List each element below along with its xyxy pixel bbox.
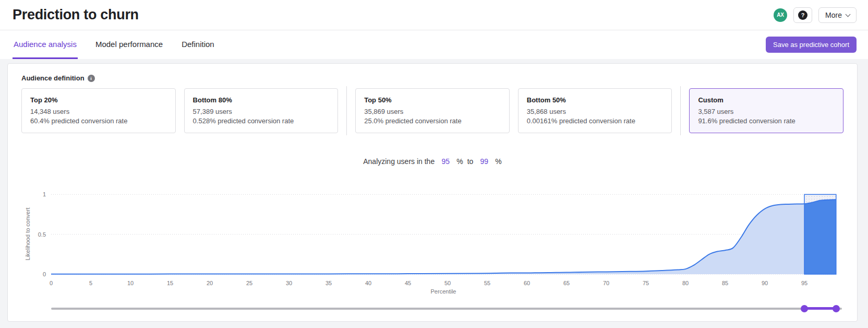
x-tick-label: 45 xyxy=(405,280,411,286)
card-rate: 25.0% predicted conversion rate xyxy=(364,116,501,126)
card-title: Custom xyxy=(698,96,835,104)
x-tick-label: 75 xyxy=(643,280,649,286)
percentile-slider-track[interactable] xyxy=(51,308,842,310)
tab-definition[interactable]: Definition xyxy=(180,30,215,59)
audience-card-custom[interactable]: Custom 3,587 users 91.6% predicted conve… xyxy=(689,88,843,133)
range-connector: to xyxy=(467,157,474,166)
card-title: Bottom 50% xyxy=(527,96,664,104)
audience-card-bottom-50[interactable]: Bottom 50% 35,868 users 0.00161% predict… xyxy=(518,88,672,133)
x-tick-label: 40 xyxy=(365,280,371,286)
x-tick-label: 50 xyxy=(444,280,451,286)
card-rate: 0.00161% predicted conversion rate xyxy=(527,116,664,126)
card-rate: 0.528% predicted conversion rate xyxy=(193,116,330,126)
x-tick-label: 20 xyxy=(207,280,213,286)
card-group-divider xyxy=(346,86,347,135)
card-users: 14,348 users xyxy=(30,107,167,116)
x-axis-title: Percentile xyxy=(431,288,456,295)
tab-audience-analysis[interactable]: Audience analysis xyxy=(13,30,78,59)
chevron-down-icon xyxy=(846,11,851,17)
analyzing-prefix: Analyzing users in the xyxy=(363,157,435,166)
x-tick-label: 10 xyxy=(127,280,134,286)
tabs: Audience analysis Model performance Defi… xyxy=(13,30,215,59)
x-tick-label: 5 xyxy=(89,280,92,286)
analyzing-range-row: Analyzing users in the % to % xyxy=(8,157,857,166)
page-header: Prediction to churn AX ? More xyxy=(0,0,868,30)
x-tick-label: 25 xyxy=(246,280,252,286)
y-tick-label: 0.5 xyxy=(38,231,46,238)
tab-bar: Audience analysis Model performance Defi… xyxy=(0,30,868,59)
card-title: Top 20% xyxy=(30,96,167,104)
percent-sign: % xyxy=(495,157,501,166)
x-tick-label: 60 xyxy=(524,280,530,286)
card-rate: 91.6% predicted conversion rate xyxy=(698,116,835,126)
avatar[interactable]: AX xyxy=(774,8,787,22)
likelihood-chart: 05101520253035404550556065707580859095 0… xyxy=(0,172,868,302)
tab-model-performance[interactable]: Model performance xyxy=(94,30,164,59)
audience-definition-header: Audience definition i xyxy=(8,64,857,82)
prediction-to-churn-page: Prediction to churn AX ? More Audience a… xyxy=(0,0,868,328)
y-tick-label: 0 xyxy=(43,271,46,277)
help-button[interactable]: ? xyxy=(793,7,812,23)
x-tick-label: 15 xyxy=(167,280,173,286)
more-button[interactable]: More xyxy=(818,7,857,23)
likelihood-area xyxy=(51,200,836,274)
card-rate: 60.4% predicted conversion rate xyxy=(30,116,167,126)
slider-handle-from[interactable] xyxy=(801,305,808,312)
page-title: Prediction to churn xyxy=(13,7,139,23)
more-button-label: More xyxy=(825,11,842,19)
card-users: 35,869 users xyxy=(364,107,501,116)
card-users: 57,389 users xyxy=(193,107,330,116)
x-tick-label: 80 xyxy=(682,280,689,286)
header-actions: AX ? More xyxy=(774,7,857,23)
x-tick-label: 35 xyxy=(326,280,332,286)
x-tick-label: 30 xyxy=(286,280,292,286)
card-title: Top 50% xyxy=(364,96,501,104)
card-title: Bottom 80% xyxy=(193,96,330,104)
save-as-predictive-cohort-button[interactable]: Save as predictive cohort xyxy=(766,37,857,53)
percent-sign: % xyxy=(456,157,463,166)
audience-card-bottom-80[interactable]: Bottom 80% 57,389 users 0.528% predicted… xyxy=(184,88,339,133)
slider-handle-to[interactable] xyxy=(833,305,840,312)
y-tick-label: 1 xyxy=(43,191,46,197)
y-axis-ticks: 00.51 xyxy=(38,191,46,277)
card-group-divider xyxy=(680,86,681,135)
x-tick-label: 85 xyxy=(722,280,728,286)
card-users: 3,587 users xyxy=(698,107,835,116)
x-tick-label: 65 xyxy=(563,280,570,286)
audience-card-top-20[interactable]: Top 20% 14,348 users 60.4% predicted con… xyxy=(21,88,176,133)
info-icon[interactable]: i xyxy=(88,75,95,82)
percentile-from-input[interactable] xyxy=(439,157,452,166)
percentile-slider-range[interactable] xyxy=(804,307,836,310)
x-tick-label: 90 xyxy=(762,280,768,286)
card-users: 35,868 users xyxy=(527,107,664,116)
x-tick-label: 95 xyxy=(801,280,807,286)
help-icon: ? xyxy=(798,10,807,20)
y-axis-title: Likelihood to convert xyxy=(25,208,31,261)
audience-card-top-50[interactable]: Top 50% 35,869 users 25.0% predicted con… xyxy=(355,88,510,133)
audience-cards-row: Top 20% 14,348 users 60.4% predicted con… xyxy=(21,88,843,133)
audience-definition-label: Audience definition xyxy=(21,74,85,82)
x-axis-ticks: 05101520253035404550556065707580859095 xyxy=(50,280,807,286)
x-tick-label: 55 xyxy=(484,280,490,286)
x-tick-label: 70 xyxy=(603,280,609,286)
percentile-to-input[interactable] xyxy=(477,157,491,166)
x-tick-label: 0 xyxy=(50,280,53,286)
